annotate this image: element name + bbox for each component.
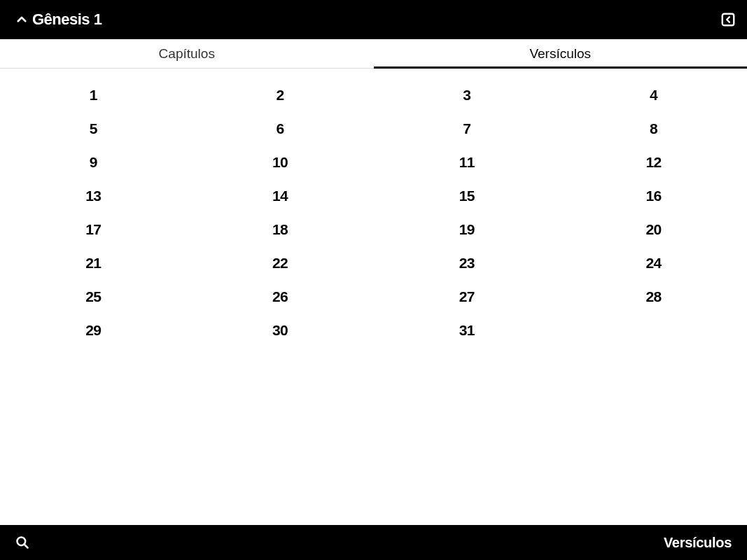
verse-cell[interactable]: 15 <box>374 179 561 213</box>
verse-cell[interactable]: 16 <box>560 179 747 213</box>
verse-cell[interactable]: 6 <box>187 112 374 146</box>
app-frame: Gênesis 1 Capítulos Versículos 123456789… <box>0 0 747 560</box>
verse-cell[interactable]: 14 <box>187 179 374 213</box>
verse-cell[interactable]: 18 <box>187 213 374 246</box>
verse-grid: 1234567891011121314151617181920212223242… <box>0 78 747 347</box>
page-title: Gênesis 1 <box>32 10 102 29</box>
verse-cell[interactable]: 31 <box>374 314 561 347</box>
tab-verses-label: Versículos <box>529 46 591 62</box>
verse-cell[interactable]: 29 <box>0 314 187 347</box>
tab-verses[interactable]: Versículos <box>374 39 748 68</box>
verse-cell[interactable]: 3 <box>374 78 561 112</box>
verse-cell[interactable]: 24 <box>560 246 747 280</box>
svg-line-2 <box>25 545 28 548</box>
tab-chapters[interactable]: Capítulos <box>0 39 374 68</box>
verse-cell[interactable]: 10 <box>187 146 374 179</box>
verse-cell[interactable]: 22 <box>187 246 374 280</box>
verse-cell[interactable]: 9 <box>0 146 187 179</box>
verse-cell[interactable]: 8 <box>560 112 747 146</box>
verse-cell[interactable]: 7 <box>374 112 561 146</box>
verse-cell[interactable]: 1 <box>0 78 187 112</box>
verse-cell[interactable]: 28 <box>560 280 747 314</box>
verse-cell[interactable]: 5 <box>0 112 187 146</box>
verse-cell[interactable]: 20 <box>560 213 747 246</box>
verse-grid-container: 1234567891011121314151617181920212223242… <box>0 69 747 525</box>
verse-cell[interactable]: 21 <box>0 246 187 280</box>
verse-cell[interactable]: 26 <box>187 280 374 314</box>
verse-cell[interactable]: 30 <box>187 314 374 347</box>
top-bar: Gênesis 1 <box>0 0 747 39</box>
verse-cell[interactable]: 25 <box>0 280 187 314</box>
verse-cell[interactable]: 4 <box>560 78 747 112</box>
verse-cell[interactable]: 17 <box>0 213 187 246</box>
verse-cell[interactable]: 23 <box>374 246 561 280</box>
verse-cell[interactable]: 2 <box>187 78 374 112</box>
verse-cell[interactable]: 27 <box>374 280 561 314</box>
tab-bar: Capítulos Versículos <box>0 39 747 69</box>
verse-cell[interactable]: 12 <box>560 146 747 179</box>
verse-cell[interactable]: 13 <box>0 179 187 213</box>
svg-rect-0 <box>722 14 734 26</box>
bottom-mode-label[interactable]: Versículos <box>664 535 732 551</box>
title-button[interactable]: Gênesis 1 <box>15 10 102 29</box>
verse-cell[interactable]: 11 <box>374 146 561 179</box>
close-panel-button[interactable] <box>720 12 736 27</box>
search-button[interactable] <box>15 536 29 550</box>
tab-chapters-label: Capítulos <box>159 46 215 62</box>
verse-cell[interactable]: 19 <box>374 213 561 246</box>
bottom-bar: Versículos <box>0 525 747 560</box>
chevron-up-icon <box>15 13 28 26</box>
